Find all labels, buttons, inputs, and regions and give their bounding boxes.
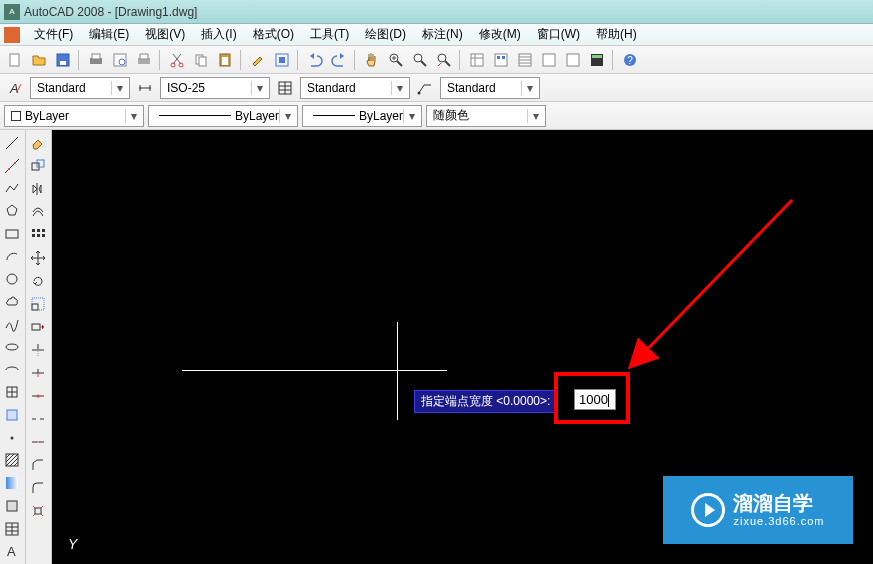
print-preview-button[interactable] <box>109 49 131 71</box>
menu-draw[interactable]: 绘图(D) <box>357 26 414 43</box>
paste-button[interactable] <box>214 49 236 71</box>
polygon-tool[interactable] <box>1 200 23 222</box>
svg-rect-25 <box>567 54 579 66</box>
text-style-icon[interactable]: A <box>4 77 26 99</box>
chevron-down-icon: ▾ <box>403 109 419 123</box>
text-style-value: Standard <box>37 81 86 95</box>
mleader-style-dropdown[interactable]: Standard ▾ <box>440 77 540 99</box>
layer-dropdown[interactable]: ByLayer ▾ <box>4 105 144 127</box>
quickcalc-button[interactable] <box>586 49 608 71</box>
ellipse-arc-tool[interactable] <box>1 359 23 381</box>
lineweight-dropdown[interactable]: ByLayer ▾ <box>302 105 422 127</box>
svg-point-37 <box>6 344 18 350</box>
chamfer-tool[interactable] <box>27 454 49 476</box>
save-button[interactable] <box>52 49 74 71</box>
match-properties-button[interactable] <box>247 49 269 71</box>
menu-view[interactable]: 视图(V) <box>137 26 193 43</box>
svg-rect-53 <box>42 234 45 237</box>
revision-cloud-tool[interactable] <box>1 291 23 313</box>
mleader-style-icon[interactable] <box>414 77 436 99</box>
line-tool[interactable] <box>1 132 23 154</box>
menu-edit[interactable]: 编辑(E) <box>81 26 137 43</box>
extend-tool[interactable] <box>27 362 49 384</box>
menu-modify[interactable]: 修改(M) <box>471 26 529 43</box>
cut-button[interactable] <box>166 49 188 71</box>
draw-toolbar: A <box>0 130 26 564</box>
zoom-previous-button[interactable] <box>433 49 455 71</box>
menu-file[interactable]: 文件(F) <box>26 26 81 43</box>
rotate-tool[interactable] <box>27 270 49 292</box>
linetype-dropdown[interactable]: ByLayer ▾ <box>148 105 298 127</box>
menu-tools[interactable]: 工具(T) <box>302 26 357 43</box>
polyline-tool[interactable] <box>1 177 23 199</box>
menu-format[interactable]: 格式(O) <box>245 26 302 43</box>
undo-button[interactable] <box>304 49 326 71</box>
dim-style-dropdown[interactable]: ISO-25 ▾ <box>160 77 270 99</box>
menu-window[interactable]: 窗口(W) <box>529 26 588 43</box>
point-tool[interactable] <box>1 427 23 449</box>
open-button[interactable] <box>28 49 50 71</box>
properties-button[interactable] <box>466 49 488 71</box>
dim-style-icon[interactable] <box>134 77 156 99</box>
watermark-url: zixue.3d66.com <box>733 515 824 528</box>
markup-button[interactable] <box>562 49 584 71</box>
svg-rect-21 <box>497 56 500 59</box>
make-block-tool[interactable] <box>1 404 23 426</box>
spline-tool[interactable] <box>1 314 23 336</box>
scale-tool[interactable] <box>27 293 49 315</box>
help-button[interactable]: ? <box>619 49 641 71</box>
erase-tool[interactable] <box>27 132 49 154</box>
trim-tool[interactable] <box>27 339 49 361</box>
block-editor-button[interactable] <box>271 49 293 71</box>
chevron-down-icon: ▾ <box>251 81 267 95</box>
svg-point-33 <box>8 168 10 170</box>
menu-help[interactable]: 帮助(H) <box>588 26 645 43</box>
hatch-tool[interactable] <box>1 450 23 472</box>
gradient-tool[interactable] <box>1 472 23 494</box>
prompt-text: 指定端点宽度 <0.0000>: <box>421 394 550 408</box>
join-tool[interactable] <box>27 431 49 453</box>
offset-tool[interactable] <box>27 201 49 223</box>
pan-button[interactable] <box>361 49 383 71</box>
fillet-tool[interactable] <box>27 477 49 499</box>
zoom-window-button[interactable] <box>409 49 431 71</box>
play-icon <box>691 493 725 527</box>
array-tool[interactable] <box>27 224 49 246</box>
sheet-set-button[interactable] <box>538 49 560 71</box>
ellipse-tool[interactable] <box>1 336 23 358</box>
zoom-realtime-button[interactable] <box>385 49 407 71</box>
move-tool[interactable] <box>27 247 49 269</box>
break-tool[interactable] <box>27 408 49 430</box>
construction-line-tool[interactable] <box>1 155 23 177</box>
svg-rect-56 <box>32 324 40 330</box>
insert-block-tool[interactable] <box>1 382 23 404</box>
svg-rect-58 <box>35 508 41 514</box>
copy-button[interactable] <box>190 49 212 71</box>
region-tool[interactable] <box>1 495 23 517</box>
break-at-point-tool[interactable] <box>27 385 49 407</box>
table-style-icon[interactable] <box>274 77 296 99</box>
table-tool[interactable] <box>1 518 23 540</box>
table-style-dropdown[interactable]: Standard ▾ <box>300 77 410 99</box>
redo-button[interactable] <box>328 49 350 71</box>
tool-palettes-button[interactable] <box>514 49 536 71</box>
svg-rect-42 <box>6 477 18 489</box>
text-style-dropdown[interactable]: Standard ▾ <box>30 77 130 99</box>
print-button[interactable] <box>85 49 107 71</box>
publish-button[interactable] <box>133 49 155 71</box>
menu-dimension[interactable]: 标注(N) <box>414 26 471 43</box>
menu-insert[interactable]: 插入(I) <box>193 26 244 43</box>
drawing-canvas[interactable]: 指定端点宽度 <0.0000>: 1000 Y 溜溜自学 zixue.3d66.… <box>52 130 873 564</box>
mirror-tool[interactable] <box>27 178 49 200</box>
plotstyle-dropdown[interactable]: 随颜色 ▾ <box>426 105 546 127</box>
stretch-tool[interactable] <box>27 316 49 338</box>
autocad-menu-icon[interactable] <box>4 27 20 43</box>
copy-tool[interactable] <box>27 155 49 177</box>
new-button[interactable] <box>4 49 26 71</box>
mtext-tool[interactable]: A <box>1 540 23 562</box>
explode-tool[interactable] <box>27 500 49 522</box>
circle-tool[interactable] <box>1 268 23 290</box>
rectangle-tool[interactable] <box>1 223 23 245</box>
arc-tool[interactable] <box>1 245 23 267</box>
design-center-button[interactable] <box>490 49 512 71</box>
